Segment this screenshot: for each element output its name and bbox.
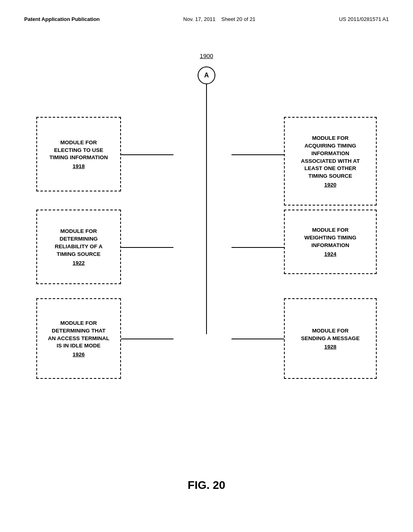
h-connector-left-0 bbox=[121, 154, 173, 155]
h-connector-right-1 bbox=[232, 247, 284, 248]
header-patent-number: US 2011/0281571 A1 bbox=[339, 16, 389, 22]
connector-label: A bbox=[204, 72, 209, 79]
vertical-center-line bbox=[206, 84, 207, 334]
box-1928: MODULE FORSENDING A MESSAGE 1928 bbox=[284, 298, 377, 379]
box-1928-number: 1928 bbox=[324, 344, 336, 350]
page-header: Patent Application Publication Nov. 17, … bbox=[24, 16, 389, 22]
box-1918: MODULE FORELECTING TO USETIMING INFORMAT… bbox=[36, 117, 121, 191]
h-connector-left-2 bbox=[121, 339, 173, 339]
box-1924-text: MODULE FORWEIGHTING TIMINGINFORMATION bbox=[305, 227, 357, 249]
box-1926: MODULE FORDETERMINING THATAN ACCESS TERM… bbox=[36, 298, 121, 379]
header-date-sheet: Nov. 17, 2011 Sheet 20 of 21 bbox=[183, 16, 255, 22]
h-connector-left-1 bbox=[121, 247, 173, 248]
box-1922-text: MODULE FORDETERMININGRELIABILITY OF ATIM… bbox=[55, 228, 103, 258]
box-1920-text: MODULE FORACQUIRING TIMINGINFORMATIONASS… bbox=[301, 135, 360, 180]
header-sheet: Sheet 20 of 21 bbox=[221, 16, 256, 22]
box-1922-number: 1922 bbox=[73, 260, 85, 266]
box-1918-number: 1918 bbox=[73, 163, 85, 169]
box-1926-text: MODULE FORDETERMINING THATAN ACCESS TERM… bbox=[48, 320, 110, 350]
box-1920: MODULE FORACQUIRING TIMINGINFORMATIONASS… bbox=[284, 117, 377, 206]
box-1928-text: MODULE FORSENDING A MESSAGE bbox=[301, 327, 359, 343]
box-1920-number: 1920 bbox=[324, 182, 336, 188]
box-1926-number: 1926 bbox=[73, 351, 85, 357]
h-connector-right-0 bbox=[232, 154, 284, 155]
figure-label-1900: 1900 bbox=[200, 52, 213, 59]
box-1924-number: 1924 bbox=[324, 251, 336, 257]
box-1924: MODULE FORWEIGHTING TIMINGINFORMATION 19… bbox=[284, 210, 377, 274]
h-connector-right-2 bbox=[232, 339, 284, 339]
figure-caption: FIG. 20 bbox=[188, 479, 225, 492]
header-date: Nov. 17, 2011 bbox=[183, 16, 215, 22]
diagram-area: 1900 A MODULE FORELECTING TO USETIMING I… bbox=[24, 52, 389, 451]
header-publication-label: Patent Application Publication bbox=[24, 16, 100, 22]
box-1922: MODULE FORDETERMININGRELIABILITY OF ATIM… bbox=[36, 210, 121, 284]
connector-circle-a: A bbox=[198, 66, 215, 84]
box-1918-text: MODULE FORELECTING TO USETIMING INFORMAT… bbox=[49, 139, 108, 162]
